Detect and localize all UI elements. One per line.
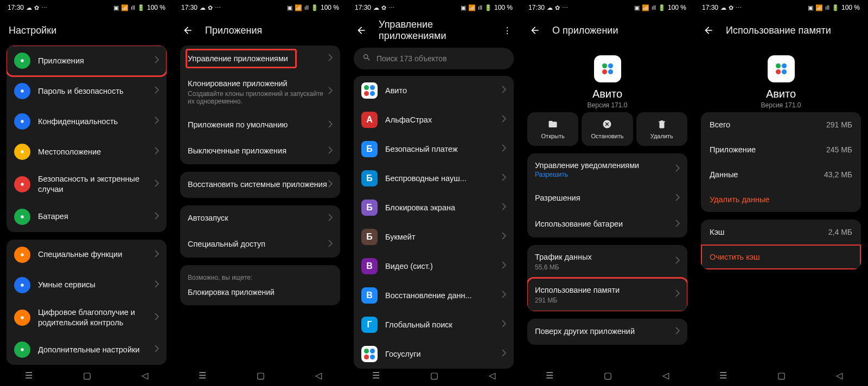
settings-row[interactable]: Местоположение bbox=[7, 137, 167, 167]
row-label: Автозапуск bbox=[188, 213, 328, 223]
info-row[interactable]: Разрешения bbox=[527, 185, 687, 211]
svg-point-1 bbox=[21, 89, 23, 92]
svg-point-5 bbox=[21, 215, 23, 218]
settings-row[interactable]: Специальные функции bbox=[7, 240, 167, 270]
app-row[interactable]: ББезопасный платеж bbox=[354, 134, 514, 164]
nav-back[interactable]: ◁ bbox=[489, 370, 495, 381]
open-button[interactable]: Открыть bbox=[527, 112, 578, 146]
chevron-right-icon bbox=[502, 203, 506, 213]
back-arrow-icon[interactable] bbox=[182, 25, 193, 36]
nav-recents[interactable]: ☰ bbox=[372, 370, 380, 381]
nav-recents[interactable]: ☰ bbox=[25, 370, 33, 381]
app-row[interactable]: ААльфаСтрах bbox=[354, 105, 514, 134]
storage-group-1: Всего291 МБПриложение245 МБДанные43,2 МБ… bbox=[701, 112, 861, 212]
more-menu-icon[interactable]: ⋮ bbox=[503, 25, 512, 36]
group-autostart: АвтозапускСпециальный доступ bbox=[180, 205, 340, 258]
settings-row[interactable]: Цифровое благополучие и родительский кон… bbox=[7, 300, 167, 335]
info-row[interactable]: Использование батареи bbox=[527, 211, 687, 237]
chevron-right-icon bbox=[675, 194, 680, 203]
back-arrow-icon[interactable] bbox=[529, 25, 540, 36]
nav-recents[interactable]: ☰ bbox=[199, 370, 206, 381]
info-row[interactable]: Трафик данных55,6 МБ bbox=[527, 245, 687, 278]
menu-row[interactable]: Приложения по умолчанию bbox=[180, 112, 340, 138]
nav-home[interactable]: ▢ bbox=[257, 370, 265, 381]
settings-row[interactable]: Дополнительные настройки bbox=[7, 334, 167, 365]
settings-row[interactable]: Приложения bbox=[7, 46, 167, 76]
menu-row[interactable]: Восстановить системные приложения bbox=[180, 172, 340, 198]
nav-back[interactable]: ◁ bbox=[315, 370, 322, 381]
app-row[interactable]: ББлокировка экрана bbox=[354, 193, 514, 222]
row-label: Умные сервисы bbox=[38, 280, 155, 290]
app-icon: Г bbox=[361, 317, 378, 333]
app-label: Беспроводные науш... bbox=[385, 174, 502, 183]
nav-home[interactable]: ▢ bbox=[604, 370, 612, 381]
app-row[interactable]: ББеспроводные науш... bbox=[354, 164, 514, 193]
info-row[interactable]: Управление уведомлениямиРазрешить bbox=[527, 153, 687, 185]
chevron-right-icon bbox=[502, 115, 506, 125]
nav-home[interactable]: ▢ bbox=[777, 370, 786, 381]
app-label: Госуслуги bbox=[385, 350, 502, 358]
app-label: Букмейт bbox=[385, 233, 502, 241]
nav-home[interactable]: ▢ bbox=[83, 370, 91, 381]
page-title: Использование памяти bbox=[726, 25, 831, 36]
chevron-right-icon bbox=[502, 173, 506, 183]
app-row[interactable]: Авито bbox=[354, 76, 514, 105]
back-arrow-icon[interactable] bbox=[356, 25, 367, 36]
menu-row[interactable]: Специальный доступ bbox=[180, 231, 340, 258]
page-title: Управление приложениями bbox=[379, 19, 491, 42]
group-notif: Управление уведомлениямиРазрешитьРазреше… bbox=[527, 153, 687, 237]
settings-row[interactable]: Пароль и безопасность bbox=[7, 76, 167, 106]
storage-row: Приложение245 МБ bbox=[701, 137, 861, 162]
kv-key: Удалить данные bbox=[710, 195, 769, 204]
nav-back[interactable]: ◁ bbox=[142, 370, 148, 381]
hint-link[interactable]: Блокировка приложений bbox=[188, 288, 333, 297]
nav-home[interactable]: ▢ bbox=[430, 370, 438, 381]
settings-row[interactable]: Безопасность и экстренные случаи bbox=[7, 167, 167, 202]
row-label: Управление приложениями bbox=[188, 54, 328, 64]
app-label: Авито bbox=[385, 86, 502, 95]
chevron-right-icon bbox=[328, 180, 333, 190]
chevron-right-icon bbox=[155, 280, 159, 290]
stop-button[interactable]: Остановить bbox=[582, 112, 633, 146]
settings-row[interactable]: Батарея bbox=[7, 202, 167, 232]
app-row[interactable]: ГГлобальный поиск bbox=[354, 310, 514, 339]
search-input[interactable]: Поиск 173 объектов bbox=[354, 48, 514, 69]
menu-row[interactable]: Клонирование приложенийСоздавайте клоны … bbox=[180, 72, 340, 112]
storage-row[interactable]: Очистить кэш bbox=[701, 245, 861, 269]
back-arrow-icon[interactable] bbox=[703, 25, 714, 36]
page-title: Настройки bbox=[9, 25, 56, 36]
settings-row[interactable]: Умные сервисы bbox=[7, 270, 167, 300]
app-icon bbox=[768, 55, 795, 82]
menu-row[interactable]: Выключенные приложения bbox=[180, 138, 340, 164]
row-label: Использование батареи bbox=[535, 219, 675, 229]
nav-back[interactable]: ◁ bbox=[662, 370, 669, 381]
app-row[interactable]: ВВосстановление данн... bbox=[354, 281, 514, 310]
setting-icon bbox=[14, 310, 30, 326]
row-label: Конфиденциальность bbox=[38, 117, 155, 127]
search-icon bbox=[362, 53, 371, 64]
menu-row[interactable]: Управление приложениями bbox=[180, 46, 340, 72]
storage-row[interactable]: Удалить данные bbox=[701, 187, 861, 212]
menu-row[interactable]: Автозапуск bbox=[180, 205, 340, 231]
storage-row: Кэш2,4 МБ bbox=[701, 220, 861, 245]
info-row[interactable]: Использование памяти291 МБ bbox=[527, 278, 687, 311]
nav-back[interactable]: ◁ bbox=[836, 370, 843, 381]
app-label: АльфаСтрах bbox=[385, 115, 502, 124]
app-row[interactable]: ВВидео (сист.) bbox=[354, 252, 514, 281]
chevron-right-icon bbox=[675, 256, 680, 266]
delete-button[interactable]: Удалить bbox=[636, 112, 687, 146]
app-row[interactable]: ББукмейт bbox=[354, 222, 514, 252]
page-title: Приложения bbox=[205, 25, 262, 36]
storage-row: Всего291 МБ bbox=[701, 112, 861, 137]
settings-row[interactable]: Конфиденциальность bbox=[7, 106, 167, 137]
row-label: Разрешения bbox=[535, 193, 675, 203]
app-icon bbox=[594, 55, 621, 82]
info-row[interactable]: Поверх других приложений bbox=[527, 319, 687, 345]
row-label: Специальные функции bbox=[38, 249, 155, 260]
app-version: Версия 171.0 bbox=[588, 101, 628, 109]
nav-recents[interactable]: ☰ bbox=[719, 370, 727, 381]
app-version: Версия 171.0 bbox=[761, 101, 801, 109]
row-label: Восстановить системные приложения bbox=[188, 179, 328, 190]
nav-recents[interactable]: ☰ bbox=[546, 370, 553, 381]
app-icon: Б bbox=[361, 170, 378, 186]
